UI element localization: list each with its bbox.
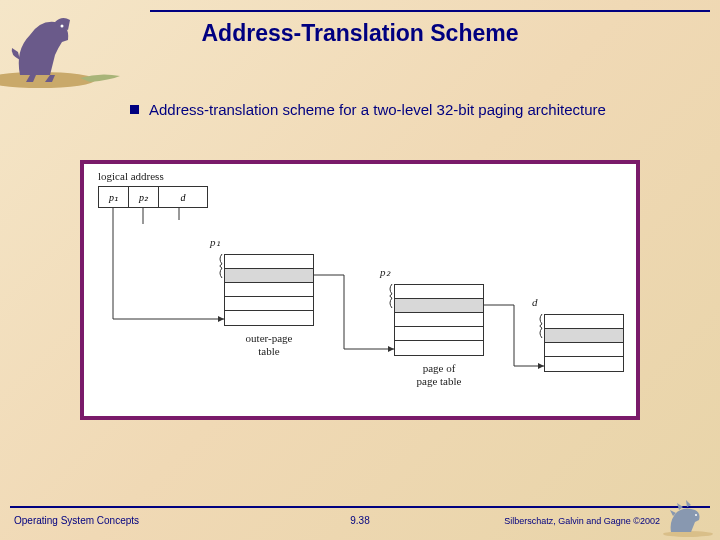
top-rule <box>150 10 710 12</box>
dinosaur-decoration-right <box>661 498 716 538</box>
svg-marker-3 <box>388 346 394 352</box>
bullet-item: Address-translation scheme for a two-lev… <box>130 100 680 120</box>
diagram-arrows <box>84 164 636 416</box>
footer-rule <box>10 506 710 508</box>
svg-point-6 <box>695 514 697 516</box>
footer-copyright: Silberschatz, Galvin and Gagne ©2002 <box>504 516 660 526</box>
svg-marker-2 <box>218 316 224 322</box>
svg-marker-4 <box>538 363 544 369</box>
slide-title: Address-Translation Scheme <box>0 20 720 47</box>
footer: Operating System Concepts 9.38 Silbersch… <box>0 504 720 534</box>
bullet-text: Address-translation scheme for a two-lev… <box>149 100 606 120</box>
bullet-square-icon <box>130 105 139 114</box>
diagram-frame: logical address p₁ p₂ d p₁ outer-page ta… <box>80 160 640 420</box>
